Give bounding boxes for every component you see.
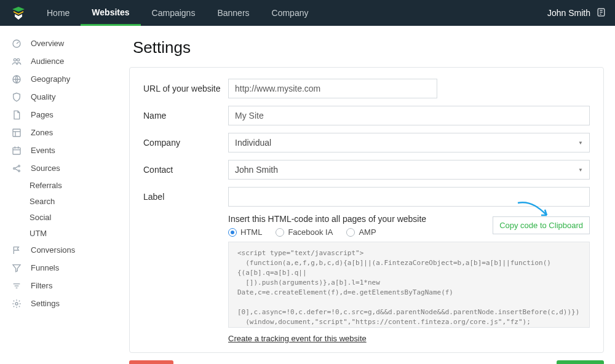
sidebar-item-pages[interactable]: Pages xyxy=(0,106,123,124)
update-button[interactable]: Update xyxy=(557,360,604,364)
sidebar-label: Settings xyxy=(31,299,60,308)
page-title: Settings xyxy=(133,38,604,57)
calendar-icon xyxy=(11,145,22,156)
user-icon xyxy=(597,7,608,20)
contact-value: John Smith xyxy=(235,165,278,175)
sidebar: Overview Audience Geography Quality Page… xyxy=(0,26,123,364)
radio-label: HTML xyxy=(240,228,262,237)
layout-icon xyxy=(11,127,22,138)
sidebar-item-conversions[interactable]: Conversions xyxy=(0,241,123,259)
delete-button[interactable]: Delete xyxy=(129,360,173,364)
sidebar-label: Geography xyxy=(31,74,70,84)
funnel-icon xyxy=(11,263,22,274)
svg-point-16 xyxy=(18,165,20,167)
sidebar-item-overview[interactable]: Overview xyxy=(0,34,123,52)
svg-point-23 xyxy=(15,303,18,305)
top-nav: Home Websites Campaigns Banners Company … xyxy=(0,0,615,26)
filter-icon xyxy=(11,280,22,291)
company-select[interactable]: Individual xyxy=(228,133,590,152)
name-label: Name xyxy=(143,111,228,121)
gauge-icon xyxy=(11,38,22,49)
copy-code-button[interactable]: Copy code to Clipboard xyxy=(493,216,590,234)
nav-company[interactable]: Company xyxy=(261,0,320,26)
sidebar-label: Quality xyxy=(31,92,55,101)
user-name: John Smith xyxy=(547,8,590,18)
nav-campaigns[interactable]: Campaigns xyxy=(141,0,207,26)
action-row: Delete Update xyxy=(129,359,604,364)
company-label: Company xyxy=(143,138,228,148)
sidebar-subitem-search[interactable]: Search xyxy=(0,193,123,209)
url-label: URL of your website xyxy=(143,84,228,93)
sidebar-label: Conversions xyxy=(31,245,75,255)
sidebar-item-quality[interactable]: Quality xyxy=(0,88,123,106)
svg-point-15 xyxy=(14,167,15,169)
contact-select[interactable]: John Smith xyxy=(228,160,590,180)
radio-label: AMP xyxy=(359,228,376,237)
sidebar-item-sources[interactable]: Sources xyxy=(0,159,123,177)
radio-facebook-ia[interactable]: Facebook IA xyxy=(276,228,333,237)
svg-point-6 xyxy=(17,58,20,61)
nav-websites[interactable]: Websites xyxy=(81,0,140,26)
page-icon xyxy=(11,109,22,121)
radio-amp[interactable]: AMP xyxy=(346,228,376,237)
code-instruction: Insert this HTML-code into all pages of … xyxy=(228,214,426,224)
label-label: Label xyxy=(143,192,228,202)
brand-logo-icon xyxy=(11,6,26,20)
shield-icon xyxy=(11,92,22,103)
contact-label: Contact xyxy=(143,165,228,175)
sidebar-item-geography[interactable]: Geography xyxy=(0,70,123,88)
main-content: Settings URL of your website Name Compan… xyxy=(123,26,615,364)
sidebar-item-audience[interactable]: Audience xyxy=(0,52,123,70)
svg-point-17 xyxy=(18,170,20,172)
annotation-arrow-icon xyxy=(123,31,129,55)
svg-rect-11 xyxy=(13,148,20,154)
svg-line-19 xyxy=(15,168,18,170)
sidebar-subitem-utm[interactable]: UTM xyxy=(0,225,123,241)
sidebar-label: Events xyxy=(31,146,55,155)
settings-card: URL of your website Name Company Individ… xyxy=(129,67,604,353)
label-input[interactable] xyxy=(228,187,590,207)
name-input[interactable] xyxy=(228,106,590,125)
sidebar-label: Overview xyxy=(31,39,64,48)
flag-icon xyxy=(11,245,22,256)
sidebar-item-zones[interactable]: Zones xyxy=(0,124,123,141)
sidebar-label: Filters xyxy=(31,281,52,290)
svg-point-5 xyxy=(14,58,16,61)
radio-dot-icon xyxy=(228,228,237,237)
sidebar-label: Audience xyxy=(31,57,64,66)
code-snippet-box[interactable]: <script type="text/javascript"> (functio… xyxy=(228,242,590,328)
sidebar-label: Zones xyxy=(31,128,53,137)
share-icon xyxy=(11,163,22,174)
company-value: Individual xyxy=(235,138,271,148)
sidebar-item-events[interactable]: Events xyxy=(0,141,123,159)
code-format-radios: HTML Facebook IA AMP xyxy=(228,228,426,237)
sidebar-label: Funnels xyxy=(31,263,59,272)
nav-home[interactable]: Home xyxy=(36,0,81,26)
create-tracking-event-link[interactable]: Create a tracking event for this website xyxy=(228,334,367,343)
sidebar-subitem-social[interactable]: Social xyxy=(0,209,123,225)
sidebar-item-filters[interactable]: Filters xyxy=(0,277,123,295)
sidebar-subitem-referrals[interactable]: Referrals xyxy=(0,177,123,193)
globe-icon xyxy=(11,74,22,85)
user-menu[interactable]: John Smith xyxy=(547,7,608,20)
svg-line-18 xyxy=(15,166,18,168)
svg-rect-8 xyxy=(13,129,20,136)
people-icon xyxy=(11,56,22,67)
sidebar-item-funnels[interactable]: Funnels xyxy=(0,259,123,277)
sidebar-label: Sources xyxy=(31,164,60,173)
nav-banners[interactable]: Banners xyxy=(206,0,260,26)
gear-icon xyxy=(11,298,22,309)
url-input[interactable] xyxy=(228,79,437,98)
sidebar-label: Pages xyxy=(31,110,54,119)
radio-label: Facebook IA xyxy=(288,228,333,237)
radio-dot-icon xyxy=(346,228,355,237)
radio-html[interactable]: HTML xyxy=(228,228,262,237)
sidebar-item-settings[interactable]: Settings xyxy=(0,295,123,312)
radio-dot-icon xyxy=(276,228,284,237)
